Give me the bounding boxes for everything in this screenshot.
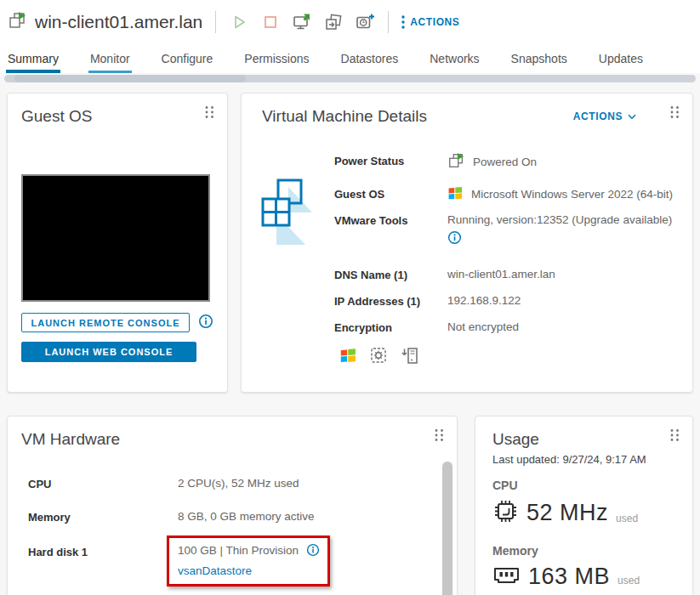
guest-os-row: Guest OS Microsoft Windows Server 2022 (… bbox=[334, 185, 675, 207]
cpu-usage-unit: used bbox=[616, 513, 638, 528]
take-snapshot-icon[interactable] bbox=[355, 12, 375, 32]
drag-handle-icon[interactable] bbox=[204, 105, 215, 122]
power-status-row: Power Status Powered On bbox=[334, 152, 675, 174]
guest-os-card: Guest OS LAUNCH REMOTE CONSOLE LAUNCH WE… bbox=[7, 93, 228, 393]
tab-summary[interactable]: Summary bbox=[6, 47, 60, 73]
vmware-tools-row: VMware Tools Running, version:12352 (Upg… bbox=[334, 212, 675, 250]
vm-details-card-title: Virtual Machine Details bbox=[262, 107, 427, 126]
guest-os-value: Microsoft Windows Server 2022 (64-bit) bbox=[447, 185, 673, 207]
scrollbar-thumb[interactable] bbox=[442, 462, 452, 595]
hard-disk-value: 100 GB | Thin Provision bbox=[178, 541, 320, 562]
vsphere-vm-summary-page: win-client01.amer.lan bbox=[0, 0, 700, 595]
ip-addresses-label: IP Addresses (1) bbox=[334, 292, 447, 309]
usage-cpu-label: CPU bbox=[492, 479, 679, 492]
shutdown-guest-icon[interactable] bbox=[260, 12, 281, 32]
drag-handle-icon[interactable] bbox=[434, 428, 445, 445]
drag-handle-icon[interactable] bbox=[669, 105, 680, 122]
card-actions-label: ACTIONS bbox=[573, 110, 623, 122]
memory-value: 8 GB, 0 GB memory active bbox=[178, 509, 315, 524]
cpu-row: CPU 2 CPU(s), 52 MHz used bbox=[28, 476, 443, 491]
power-status-label: Power Status bbox=[334, 152, 447, 169]
memory-label: Memory bbox=[28, 509, 178, 524]
vm-hardware-card: VM Hardware CPU 2 CPU(s), 52 MHz used Me… bbox=[7, 416, 458, 595]
vertical-scrollbar[interactable] bbox=[441, 462, 453, 595]
ip-addresses-row: IP Addresses (1) 192.168.9.122 bbox=[334, 292, 675, 309]
tab-updates[interactable]: Updates bbox=[597, 47, 645, 73]
actions-menu-button[interactable]: ACTIONS bbox=[401, 15, 459, 29]
info-icon[interactable] bbox=[306, 543, 320, 562]
vmware-tools-label: VMware Tools bbox=[334, 212, 447, 229]
divider bbox=[215, 11, 216, 33]
vm-hardware-card-title: VM Hardware bbox=[21, 430, 443, 449]
memory-row: Memory 8 GB, 0 GB memory active bbox=[28, 509, 443, 524]
vm-toolbar bbox=[229, 12, 375, 32]
kebab-menu-icon bbox=[401, 15, 405, 29]
tab-monitor[interactable]: Monitor bbox=[88, 47, 132, 73]
ip-addresses-value: 192.168.9.122 bbox=[447, 292, 521, 309]
chevron-down-icon bbox=[628, 114, 636, 120]
tab-datastores[interactable]: Datastores bbox=[339, 47, 401, 73]
usage-card: Usage Last updated: 9/27/24, 9:17 AM CPU bbox=[475, 416, 693, 595]
encryption-label: Encryption bbox=[334, 319, 447, 336]
usage-memory-label: Memory bbox=[492, 544, 679, 558]
launch-web-console-button[interactable]: LAUNCH WEB CONSOLE bbox=[21, 342, 196, 362]
windows-logo-icon bbox=[447, 185, 464, 207]
power-status-value: Powered On bbox=[447, 152, 537, 174]
vm-large-icon bbox=[258, 177, 314, 250]
usage-card-title: Usage bbox=[492, 430, 679, 449]
power-on-icon[interactable] bbox=[229, 12, 249, 32]
dns-name-label: DNS Name (1) bbox=[334, 266, 447, 283]
tab-configure[interactable]: Configure bbox=[160, 47, 215, 73]
console-preview[interactable] bbox=[21, 174, 210, 302]
card-actions-button[interactable]: ACTIONS bbox=[573, 110, 636, 122]
hard-disk-label: Hard disk 1 bbox=[28, 542, 178, 559]
drag-handle-icon[interactable] bbox=[669, 428, 680, 445]
server-export-icon[interactable] bbox=[401, 346, 420, 369]
horizontal-scrollbar[interactable] bbox=[4, 75, 696, 82]
tab-snapshots[interactable]: Snapshots bbox=[509, 47, 569, 73]
object-header: win-client01.amer.lan bbox=[0, 0, 700, 44]
launch-console-icon[interactable] bbox=[292, 12, 312, 32]
vm-details-card: Virtual Machine Details ACTIONS bbox=[241, 93, 693, 393]
guest-os-label: Guest OS bbox=[334, 185, 447, 202]
info-icon[interactable] bbox=[198, 314, 213, 332]
encryption-row: Encryption Not encrypted bbox=[334, 319, 675, 336]
guest-os-card-title: Guest OS bbox=[21, 107, 213, 126]
vm-powered-on-icon bbox=[447, 152, 465, 174]
migrate-icon[interactable] bbox=[323, 12, 344, 32]
vm-powered-on-icon bbox=[8, 11, 27, 33]
memory-usage-unit: used bbox=[617, 575, 640, 590]
last-updated-text: Last updated: 9/27/24, 9:17 AM bbox=[492, 453, 679, 466]
memory-usage-value: 163 MB bbox=[528, 564, 610, 590]
launch-remote-console-button[interactable]: LAUNCH REMOTE CONSOLE bbox=[21, 313, 190, 332]
usage-memory-metric: 163 MB used bbox=[492, 564, 679, 590]
object-tabbar: Summary Monitor Configure Permissions Da… bbox=[0, 44, 700, 73]
cpu-chip-icon bbox=[492, 498, 519, 528]
vmware-tools-value: Running, version:12352 (Upgrade availabl… bbox=[447, 212, 672, 250]
tab-permissions[interactable]: Permissions bbox=[242, 47, 310, 73]
summary-content: Guest OS LAUNCH REMOTE CONSOLE LAUNCH WE… bbox=[0, 73, 700, 595]
divider bbox=[388, 11, 389, 33]
cpu-usage-value: 52 MHz bbox=[526, 500, 608, 526]
datastore-link[interactable]: vsanDatastore bbox=[178, 564, 252, 577]
dns-name-value: win-client01.amer.lan bbox=[447, 266, 555, 283]
windows-logo-icon[interactable] bbox=[339, 347, 357, 368]
cpu-label: CPU bbox=[28, 476, 178, 491]
hard-disk-row: Hard disk 1 100 GB | Thin Provision vsan… bbox=[28, 542, 443, 586]
usage-cpu-metric: 52 MHz used bbox=[492, 498, 679, 528]
highlight-annotation-box: 100 GB | Thin Provision vsanDatastore bbox=[167, 536, 330, 586]
tab-networks[interactable]: Networks bbox=[428, 47, 481, 73]
dns-name-row: DNS Name (1) win-client01.amer.lan bbox=[334, 266, 675, 283]
encryption-value: Not encrypted bbox=[447, 319, 519, 336]
actions-label: ACTIONS bbox=[410, 16, 459, 28]
scrollbar-thumb[interactable] bbox=[14, 75, 246, 82]
guest-shortcut-icons bbox=[339, 346, 675, 369]
cpu-value: 2 CPU(s), 52 MHz used bbox=[178, 476, 299, 490]
page-title: win-client01.amer.lan bbox=[35, 12, 202, 32]
chip-settings-icon[interactable] bbox=[369, 346, 389, 369]
memory-stick-icon bbox=[492, 564, 521, 590]
info-icon[interactable] bbox=[447, 230, 672, 250]
